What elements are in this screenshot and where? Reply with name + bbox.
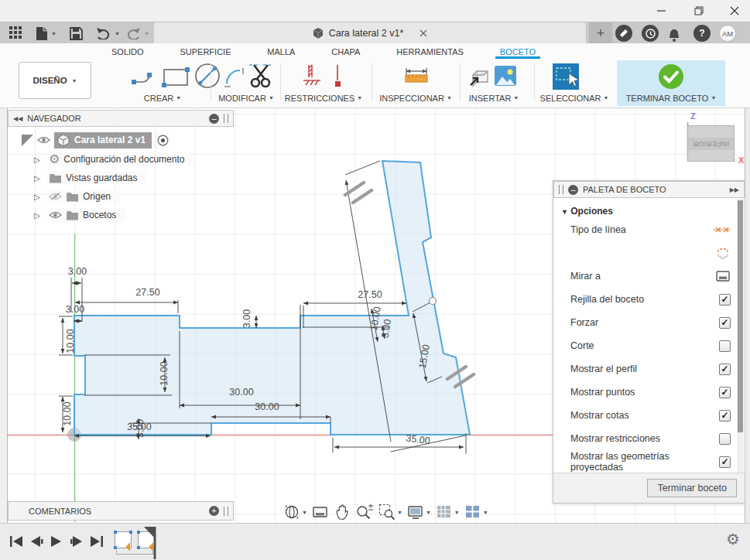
add-comment-icon[interactable]: + — [209, 506, 219, 516]
file-menu-icon[interactable]: ▼ — [36, 24, 57, 43]
close-button[interactable] — [721, 2, 748, 20]
job-status-icon[interactable] — [642, 25, 659, 42]
checkbox[interactable] — [719, 456, 731, 468]
tab-solido[interactable]: SOLIDO — [107, 45, 149, 59]
group-label-constraints[interactable]: RESTRICCIONES▼ — [277, 94, 370, 103]
activate-radio-icon[interactable] — [156, 133, 170, 148]
look-at-icon[interactable] — [312, 504, 329, 520]
checkbox[interactable] — [719, 340, 731, 352]
palette-scrollbar[interactable] — [737, 199, 744, 473]
panel-grip-icon[interactable] — [224, 507, 228, 516]
expand-chevron-icon[interactable]: ▷ — [34, 174, 43, 183]
pan-hand-icon[interactable] — [334, 504, 351, 521]
checkbox[interactable] — [719, 317, 731, 329]
constraint-fix-tool[interactable] — [300, 63, 324, 88]
tab-herramientas[interactable]: HERRAMIENTAS — [392, 45, 468, 59]
zoom-icon[interactable] — [355, 504, 374, 521]
grid-settings-icon[interactable]: ▼ — [436, 504, 460, 520]
finish-sketch-footer-button[interactable]: Terminar boceto — [647, 479, 737, 497]
tab-malla[interactable]: MALLA — [262, 45, 300, 59]
checkbox[interactable] — [719, 387, 731, 398]
linetype-icon[interactable] — [712, 224, 731, 236]
notifications-bell-icon[interactable] — [667, 26, 681, 44]
projection-icon[interactable] — [715, 247, 731, 260]
redo-icon[interactable]: ▼ — [125, 24, 149, 43]
create-line-tool[interactable] — [130, 65, 158, 90]
new-tab-button[interactable]: + — [589, 22, 612, 44]
group-label-finish[interactable]: TERMINAR BOCETO▼ — [613, 94, 729, 103]
navigator-item-3[interactable]: ▷Bocetos — [22, 206, 223, 224]
undo-icon[interactable]: ▼ — [96, 24, 120, 43]
group-label-insert[interactable]: INSERTAR▼ — [458, 94, 529, 103]
tab-superficie[interactable]: SUPERFICIE — [175, 45, 235, 59]
navigator-header[interactable]: ◀◀ NAVEGADOR – — [8, 110, 234, 127]
viewcube-face[interactable]: INFERIOR — [687, 125, 735, 162]
group-label-select[interactable]: SELECCIONAR▼ — [536, 94, 613, 103]
insert-derive-tool[interactable] — [467, 65, 492, 90]
panel-grip-icon[interactable] — [224, 114, 228, 123]
save-icon[interactable] — [70, 24, 83, 43]
timeline-skip-end-button[interactable] — [88, 533, 105, 550]
timeline-position-marker[interactable] — [144, 527, 158, 559]
display-settings-icon[interactable]: ▼ — [407, 504, 431, 521]
tab-boceto[interactable]: BOCETO — [495, 45, 540, 59]
help-icon[interactable]: ? — [693, 25, 711, 42]
collapse-panel-icon[interactable]: ◀◀ — [13, 115, 22, 122]
palette-header[interactable]: – PALETA DE BOCETO ▶▶ — [553, 181, 745, 198]
expand-chevron-icon[interactable]: ▷ — [34, 155, 43, 164]
group-label-inspect[interactable]: INSPECCIONAR▼ — [373, 94, 458, 103]
timeline-step-forward-button[interactable] — [68, 533, 85, 550]
eye-icon[interactable] — [49, 210, 62, 220]
viewcube[interactable]: Z INFERIOR X — [684, 111, 746, 167]
green-check-icon — [658, 63, 684, 90]
workspace-dropdown[interactable]: DISEÑO▼ — [19, 62, 91, 99]
expand-chevron-icon[interactable]: ▷ — [34, 211, 43, 220]
viewports-icon[interactable]: ▼ — [464, 504, 488, 520]
avatar[interactable]: AM — [719, 25, 736, 42]
comments-bar[interactable]: COMENTARIOS + — [8, 501, 234, 521]
document-tab[interactable]: Cara lateral 2 v1* — [154, 22, 586, 44]
navigator-item-2[interactable]: ▷Origen — [22, 187, 223, 206]
timeline-step-back-button[interactable] — [28, 533, 45, 550]
orbit-icon[interactable]: ▼ — [283, 504, 307, 521]
panel-grip-icon[interactable] — [559, 185, 563, 194]
panel-minus-icon[interactable]: – — [209, 114, 219, 124]
eye-icon[interactable] — [37, 135, 50, 145]
app-grid-icon[interactable] — [9, 24, 23, 43]
minimize-button[interactable] — [649, 2, 675, 20]
navigator-root-row[interactable]: Cara lateral 2 v1 — [22, 130, 223, 150]
close-tab-icon[interactable] — [420, 29, 427, 37]
checkbox[interactable] — [719, 364, 731, 375]
palette-row-label: Rejilla del boceto — [570, 294, 644, 305]
group-label-modify[interactable]: MODIFICAR▼ — [211, 94, 282, 103]
palette-row-5: Corte — [553, 334, 737, 357]
tab-chapa[interactable]: CHAPA — [327, 45, 365, 59]
timeline-sketch-feature-1[interactable] — [115, 531, 132, 548]
extensions-icon[interactable] — [615, 25, 632, 42]
timeline-skip-start-button[interactable] — [8, 533, 25, 550]
group-label-create[interactable]: CREAR▼ — [124, 94, 201, 103]
fit-icon[interactable]: ▼ — [378, 504, 402, 521]
navigator-item-0[interactable]: ▷⚙Configuración del documento — [22, 150, 223, 169]
expand-chevron-icon[interactable]: ▷ — [34, 193, 43, 201]
fillet-tool[interactable] — [221, 65, 246, 90]
measure-tool[interactable] — [404, 67, 429, 87]
checkbox[interactable] — [719, 433, 731, 445]
expand-panel-icon[interactable]: ▶▶ — [730, 186, 739, 193]
palette-section-options[interactable]: ▼ Opciones — [553, 198, 737, 218]
create-rectangle-tool[interactable] — [161, 65, 190, 90]
trim-scissors-tool[interactable] — [248, 63, 274, 90]
checkbox[interactable] — [719, 294, 731, 306]
constraint-vertical-tool[interactable] — [328, 63, 347, 88]
create-circle-tool[interactable] — [193, 62, 221, 90]
eye-off-icon[interactable] — [49, 192, 62, 201]
timeline-play-button[interactable] — [48, 533, 65, 550]
checkbox[interactable] — [719, 410, 731, 422]
restore-button[interactable] — [686, 2, 712, 20]
settings-gear-icon[interactable]: ⚙ — [726, 530, 740, 548]
select-tool[interactable] — [553, 63, 579, 90]
lookat-icon[interactable] — [715, 270, 731, 282]
insert-image-tool[interactable] — [494, 65, 517, 87]
navigator-item-1[interactable]: ▷Vistas guardadas — [22, 169, 223, 187]
panel-minus-icon[interactable]: – — [568, 185, 578, 195]
